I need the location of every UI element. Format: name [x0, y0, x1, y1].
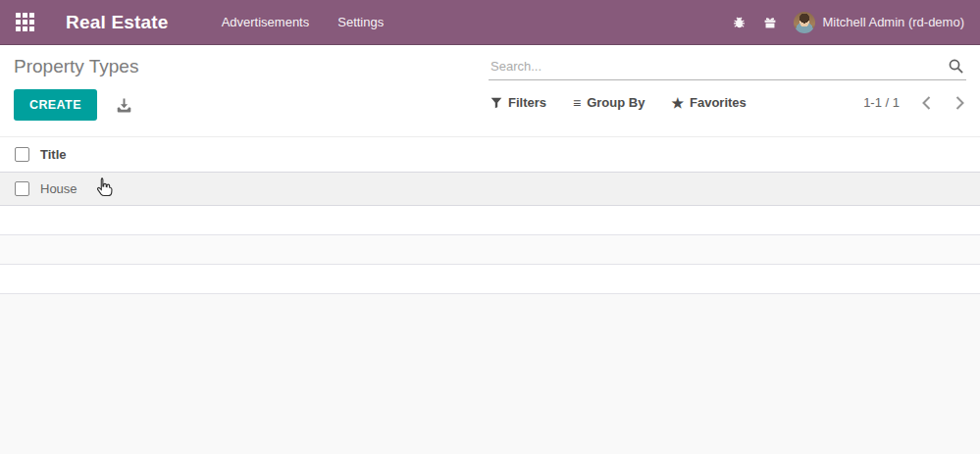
debug-bug-icon[interactable]: [732, 15, 747, 29]
user-menu[interactable]: Mitchell Admin (rd-demo): [794, 12, 965, 33]
list-header-row: Title: [0, 136, 980, 173]
favorites-star-icon: ★: [671, 96, 684, 110]
content-filler-area: [0, 294, 980, 454]
main-menu: Advertisements Settings: [222, 15, 385, 29]
group-by-button[interactable]: ≡ Group By: [573, 95, 645, 110]
group-by-bars-icon: ≡: [573, 96, 581, 110]
menu-item-settings[interactable]: Settings: [337, 15, 384, 29]
hand-pointer-cursor-icon: [94, 177, 115, 201]
app-title[interactable]: Real Estate: [66, 12, 169, 33]
row-title-cell[interactable]: House: [40, 181, 77, 196]
column-header-title[interactable]: Title: [40, 147, 67, 162]
export-download-icon[interactable]: [116, 97, 132, 114]
menu-item-advertisements[interactable]: Advertisements: [222, 15, 310, 29]
filters-button[interactable]: Filters: [490, 95, 546, 110]
favorites-button[interactable]: ★ Favorites: [671, 95, 746, 110]
favorites-label: Favorites: [690, 95, 747, 110]
group-by-label: Group By: [587, 95, 645, 110]
control-bar-right: Filters ≡ Group By ★ Favorites 1-1 / 1: [490, 89, 966, 110]
search-icon[interactable]: [948, 58, 964, 75]
property-types-list: Title House: [0, 136, 980, 454]
create-button[interactable]: CREATE: [14, 89, 97, 121]
empty-row: [0, 206, 980, 235]
pager-next-icon[interactable]: [954, 96, 966, 110]
pager-prev-icon[interactable]: [920, 96, 933, 110]
search-input[interactable]: [489, 54, 966, 80]
search-box: [489, 54, 966, 80]
pager: 1-1 / 1: [863, 95, 966, 110]
select-all-cell: [15, 147, 40, 162]
filters-label: Filters: [508, 95, 546, 110]
page-title: Property Types: [14, 56, 489, 77]
user-avatar: [794, 12, 815, 33]
row-checkbox[interactable]: [15, 181, 29, 196]
page-header: Property Types: [0, 45, 980, 88]
pager-range: 1-1 / 1: [863, 95, 900, 110]
apps-menu-icon[interactable]: [16, 13, 34, 31]
gift-icon[interactable]: [763, 16, 777, 29]
list-row-house[interactable]: House: [0, 173, 980, 206]
user-name: Mitchell Admin (rd-demo): [823, 15, 965, 29]
empty-row: [0, 265, 980, 294]
control-bar: CREATE Filters ≡ Group By ★ Favorites: [0, 88, 980, 136]
filter-funnel-icon: [490, 97, 502, 109]
row-select-cell: [15, 181, 40, 196]
control-bar-left: CREATE: [14, 89, 490, 121]
view-controls: Filters ≡ Group By ★ Favorites: [490, 95, 747, 110]
empty-row: [0, 235, 980, 265]
select-all-checkbox[interactable]: [15, 147, 29, 162]
navbar-right: Mitchell Admin (rd-demo): [732, 12, 965, 33]
top-navbar: Real Estate Advertisements Settings Mitc…: [0, 0, 980, 45]
